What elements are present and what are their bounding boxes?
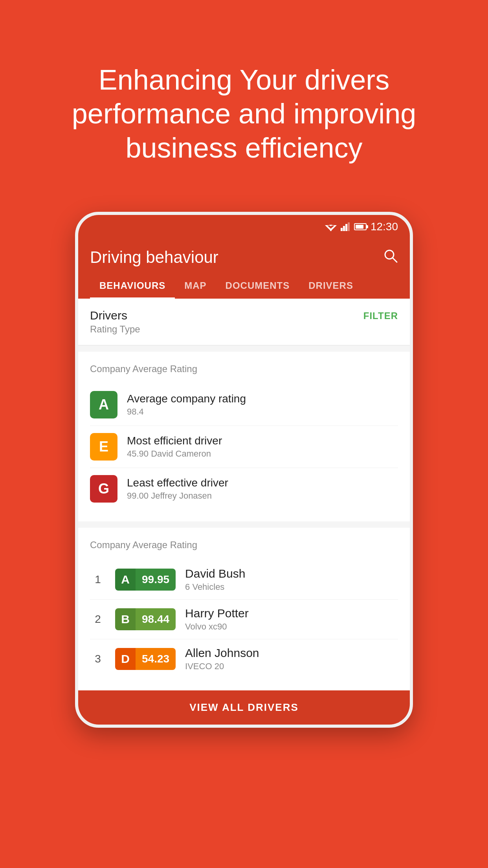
hero-text: Enhancing Your drivers performance and i… — [31, 31, 457, 188]
app-title: Driving behaviour — [90, 248, 218, 267]
company-rating-card: Company Average Rating A Average company… — [78, 352, 410, 521]
wifi-icon — [325, 222, 337, 231]
search-button[interactable] — [383, 248, 398, 267]
status-time: 12:30 — [371, 220, 398, 233]
driver-sub-1: 6 Vehicles — [185, 582, 398, 592]
filter-button[interactable]: FILTER — [363, 309, 398, 321]
driver-row-3: 3 D 54.23 Allen Johnson IVECO 20 — [90, 639, 398, 679]
driver-name-3: Allen Johnson — [185, 646, 398, 660]
rating-title-efficient: Most efficient driver — [127, 435, 222, 447]
hero-section: Enhancing Your drivers performance and i… — [0, 0, 488, 212]
rating-sub-average: 98.4 — [127, 407, 246, 417]
tab-drivers[interactable]: DRIVERS — [299, 274, 363, 299]
section-header: Drivers Rating Type FILTER — [78, 299, 410, 345]
app-content: Drivers Rating Type FILTER Company Avera… — [78, 299, 410, 725]
driver-sub-2: Volvo xc90 — [185, 622, 398, 632]
svg-rect-6 — [345, 224, 347, 231]
score-letter-1: A — [115, 569, 136, 591]
drivers-ranking-card: Company Average Rating 1 A 99.95 David B… — [78, 528, 410, 690]
rating-sub-least: 99.00 Jeffrey Jonasen — [127, 491, 228, 501]
phone-frame: 12:30 Driving behaviour BEHAVIOURS MAP D… — [75, 212, 413, 728]
section-title: Drivers — [90, 309, 140, 322]
score-letter-3: D — [115, 648, 136, 670]
tabs-row: BEHAVIOURS MAP DOCUMENTS DRIVERS — [90, 274, 398, 299]
badge-e: E — [90, 433, 117, 461]
driver-info-3: Allen Johnson IVECO 20 — [185, 646, 398, 672]
driver-name-2: Harry Potter — [185, 607, 398, 620]
score-number-3: 54.23 — [136, 648, 176, 670]
driver-row-1: 1 A 99.95 David Bush 6 Vehicles — [90, 560, 398, 600]
svg-line-9 — [393, 258, 397, 262]
status-bar: 12:30 — [78, 215, 410, 239]
driver-score-badge-3: D 54.23 — [115, 648, 176, 670]
rating-item-least: G Least effective driver 99.00 Jeffrey J… — [90, 468, 398, 510]
rating-info-least: Least effective driver 99.00 Jeffrey Jon… — [127, 477, 228, 501]
signal-icon — [341, 222, 350, 231]
company-rating-title: Company Average Rating — [90, 363, 398, 374]
score-number-2: 98.44 — [136, 608, 176, 630]
drivers-ranking-title: Company Average Rating — [90, 540, 398, 551]
svg-rect-7 — [348, 222, 350, 231]
svg-rect-5 — [343, 226, 345, 231]
svg-rect-4 — [341, 228, 343, 231]
driver-rank-1: 1 — [90, 573, 106, 586]
driver-name-1: David Bush — [185, 567, 398, 580]
driver-sub-3: IVECO 20 — [185, 661, 398, 672]
rating-sub-efficient: 45.90 David Cameron — [127, 449, 222, 459]
driver-score-badge-1: A 99.95 — [115, 569, 176, 591]
rating-info-efficient: Most efficient driver 45.90 David Camero… — [127, 435, 222, 459]
rating-item-efficient: E Most efficient driver 45.90 David Came… — [90, 426, 398, 468]
score-number-1: 99.95 — [136, 569, 176, 591]
driver-info-1: David Bush 6 Vehicles — [185, 567, 398, 592]
app-header: Driving behaviour BEHAVIOURS MAP DOCUMEN… — [78, 239, 410, 299]
rating-item-average: A Average company rating 98.4 — [90, 384, 398, 426]
driver-rank-2: 2 — [90, 613, 106, 626]
tab-documents[interactable]: DOCUMENTS — [216, 274, 299, 299]
battery-icon — [354, 223, 367, 230]
driver-info-2: Harry Potter Volvo xc90 — [185, 607, 398, 632]
rating-title-least: Least effective driver — [127, 477, 228, 489]
driver-rank-3: 3 — [90, 653, 106, 665]
driver-row-2: 2 B 98.44 Harry Potter Volvo xc90 — [90, 600, 398, 639]
badge-a: A — [90, 391, 117, 418]
driver-score-badge-2: B 98.44 — [115, 608, 176, 630]
rating-title-average: Average company rating — [127, 393, 246, 405]
tab-map[interactable]: MAP — [175, 274, 216, 299]
view-all-drivers-button[interactable]: VIEW ALL DRIVERS — [78, 690, 410, 725]
score-letter-2: B — [115, 608, 136, 630]
rating-info-average: Average company rating 98.4 — [127, 393, 246, 417]
status-icons: 12:30 — [325, 220, 398, 233]
badge-g: G — [90, 475, 117, 503]
section-subtitle: Rating Type — [90, 324, 140, 335]
tab-behaviours[interactable]: BEHAVIOURS — [90, 274, 175, 299]
